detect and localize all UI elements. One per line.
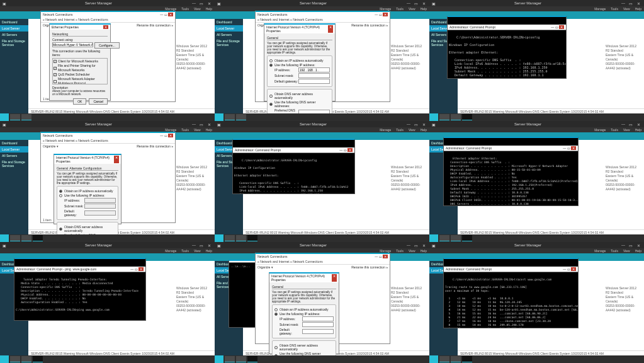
- close-button[interactable]: ✕: [206, 1, 212, 6]
- radio-auto-ip[interactable]: Obtain an IP address automatically: [274, 59, 323, 62]
- frame-2: ▣Server Manager—▭✕ ManageToolsViewHelp D…: [215, 0, 429, 121]
- connect-using-label: Connect using:: [52, 38, 108, 42]
- radio-auto-dns[interactable]: Obtain DNS server address automatically: [274, 92, 330, 100]
- ipv4-close[interactable]: ✕: [328, 25, 333, 33]
- max-button[interactable]: ▭: [198, 1, 205, 6]
- nc-title: Network Connections: [43, 13, 73, 16]
- cmd-window[interactable]: Administrator: Command Prompt— ▭ ✕ C:\Us…: [447, 16, 567, 79]
- task-sm[interactable]: [10, 114, 20, 120]
- server-notice: Windows Server 2012 R2 StandardEastern T…: [176, 44, 211, 71]
- frame-9: ▣Server Manager—▭✕ ManageToolsViewHelp D…: [429, 242, 644, 363]
- frame-5: ▣Server Manager—▭✕ ManageToolsViewHelp D…: [215, 121, 429, 242]
- start-button[interactable]: [0, 113, 9, 121]
- tab-general[interactable]: General: [267, 36, 278, 40]
- eth-ok[interactable]: OK: [73, 98, 86, 105]
- menu-help[interactable]: Help: [206, 7, 212, 11]
- nc-max[interactable]: ▭: [164, 13, 167, 16]
- proto-3[interactable]: Microsoft Network Adapter Multiplexor Pr…: [58, 77, 106, 84]
- min-button[interactable]: —: [191, 1, 197, 6]
- ipv4-blurb: You can get IP settings assigned automat…: [267, 42, 332, 54]
- app-title: Server Manager: [6, 1, 191, 5]
- menu-tools[interactable]: Tools: [181, 7, 189, 11]
- proto-2[interactable]: QoS Packet Scheduler: [58, 72, 90, 77]
- frame-8: ▣Server Manager—▭✕ ManageToolsViewHelp D…: [215, 242, 429, 363]
- cmd-window-ping[interactable]: Administrator: Command Prompt - ping www…: [14, 258, 146, 321]
- sidebar: Dashboard Local Server All Servers File …: [0, 19, 28, 113]
- ipv4-dialog: Internet Protocol Version 4 (TCP/IPv4) P…: [264, 23, 336, 101]
- gw-input[interactable]: [298, 79, 330, 84]
- radio-static-ip[interactable]: Use the following IP address:: [274, 63, 315, 67]
- nc-close[interactable]: ✕: [168, 13, 173, 16]
- ethernet-properties-dialog: Ethernet Properties✕ Networking Connect …: [49, 23, 111, 101]
- ipv4-dialog-auto: Internet Protocol Version 4 (TCP/IPv4) P…: [54, 154, 121, 224]
- eth-close[interactable]: ✕: [103, 25, 108, 29]
- sidebar-all-servers[interactable]: All Servers: [0, 32, 28, 38]
- desc-text: Allows your computer to access resources…: [52, 89, 108, 96]
- frame-3: ▣Server Manager—▭✕ ManageToolsViewHelp D…: [429, 0, 644, 121]
- statusbar: SERVER-IRLIN2 8015 Warning Microsoft-Win…: [28, 108, 215, 113]
- mask-input[interactable]: [298, 73, 330, 78]
- sidebar-dashboard[interactable]: Dashboard: [0, 19, 28, 25]
- taskbar[interactable]: [0, 113, 215, 121]
- cmd-window-tracert[interactable]: Administrator: Command Prompt— ▭ ✕ C:\Us…: [443, 258, 579, 328]
- tab-networking[interactable]: Networking: [52, 32, 68, 36]
- cmd-window-all[interactable]: Administrator: Command Prompt— ▭ ✕ Ether…: [443, 137, 579, 206]
- cmd-title: Administrator: Command Prompt: [449, 25, 495, 29]
- configure-button[interactable]: Configure...: [94, 42, 120, 49]
- task-cmd[interactable]: [462, 114, 472, 120]
- cmd-window-err[interactable]: Administrator: Command Prompt— ▭ ✕ C:\Us…: [232, 139, 355, 194]
- tracert-output: C:\Users\Administrator.SERVER-IRLIN>trac…: [445, 278, 579, 328]
- nc-address-bar[interactable]: « Network and Internet » Network Connect…: [41, 17, 175, 23]
- cmd-ping-title: Administrator: Command Prompt - ping www…: [16, 267, 96, 271]
- ipv4-title: Internet Protocol Version 4 (TCP/IPv4) P…: [266, 25, 328, 33]
- frame-6: ▣Server Manager—▭✕ ManageToolsViewHelp D…: [429, 121, 644, 242]
- frame-4: ▣Server Manager—▭✕ ManageToolsViewHelp D…: [0, 121, 215, 242]
- menu-view[interactable]: View: [194, 7, 201, 11]
- ip-input[interactable]: [298, 67, 330, 72]
- uses-label: This connection uses the following items…: [52, 49, 108, 57]
- eth-cancel[interactable]: Cancel: [89, 98, 108, 105]
- adapter-field: [52, 42, 93, 47]
- eth-title: Ethernet Properties: [52, 25, 79, 29]
- task-ps[interactable]: [21, 114, 31, 120]
- proto-1[interactable]: File and Printer Sharing for Microsoft N…: [58, 64, 106, 72]
- frame-7: ▣Server Manager—▭✕ ManageToolsViewHelp D…: [0, 242, 215, 363]
- radio-static-dns[interactable]: Use the following DNS server addresses:: [274, 100, 330, 108]
- nc-rename[interactable]: Rename this connection »: [137, 23, 173, 27]
- sidebar-file-storage[interactable]: File and Storage Services: [0, 38, 28, 48]
- nc-min[interactable]: —: [160, 13, 163, 16]
- sm-titlebar: ▣ Server Manager —▭✕: [0, 0, 215, 6]
- sidebar-local-server[interactable]: Local Server: [0, 25, 28, 32]
- cmd-output: C:\Users\Administrator.SERVER-IRLIN>ipco…: [449, 35, 567, 79]
- proto-0[interactable]: Client for Microsoft Networks: [58, 59, 98, 64]
- frame-1: ▣ Server Manager —▭✕ Manage Tools View H…: [0, 0, 215, 121]
